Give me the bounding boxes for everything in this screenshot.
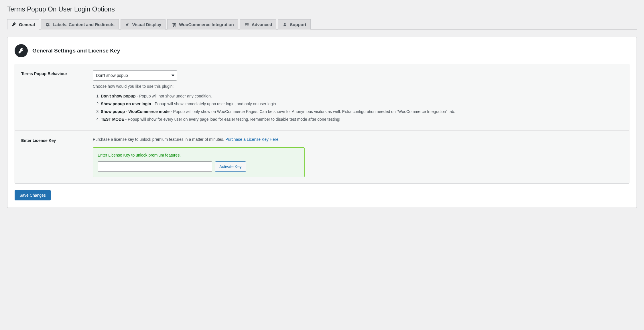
row-enter-license-key: Enter License Key Purchase a license key… [15, 131, 629, 183]
tab-visual-display[interactable]: Visual Display [121, 19, 166, 30]
activate-key-button[interactable]: Activate Key [215, 161, 246, 172]
tab-label: WooCommerce Integration [179, 22, 234, 27]
row-terms-popup-behaviour: Terms Popup Behaviour Don't show popup C… [15, 64, 629, 131]
section-title: General Settings and License Key [32, 48, 120, 54]
license-box: Enter License Key to unlock premium feat… [93, 147, 305, 177]
save-changes-button[interactable]: Save Changes [15, 190, 51, 200]
page-title: Terms Popup On User Login Options [7, 3, 637, 19]
behaviour-help: Choose how would you like to use this pl… [93, 84, 623, 89]
tab-label: Support [290, 22, 306, 27]
license-prompt: Purchase a license key to unlock premium… [93, 137, 279, 142]
tab-support[interactable]: Support [278, 19, 311, 30]
tab-label: Visual Display [132, 22, 161, 27]
key-icon [11, 22, 17, 27]
behaviour-select[interactable]: Don't show popup [93, 70, 177, 81]
settings-panel: General Settings and License Key Terms P… [7, 37, 637, 208]
tab-advanced[interactable]: Advanced [240, 19, 277, 30]
person-icon [282, 22, 287, 27]
gear-icon [45, 22, 50, 27]
key-icon [15, 44, 28, 57]
tab-labels-content-redirects[interactable]: Labels, Content and Redirects [41, 19, 119, 30]
list-item: TEST MODE - Popup will show for every us… [101, 116, 623, 122]
pin-icon [125, 22, 130, 27]
license-box-message: Enter License Key to unlock premium feat… [98, 153, 300, 157]
tab-label: General [19, 22, 35, 27]
list-item: Show popup on user login - Popup will sh… [101, 101, 623, 107]
tab-label: Advanced [252, 22, 272, 27]
tab-navigation: General Labels, Content and Redirects Vi… [7, 19, 637, 30]
tab-label: Labels, Content and Redirects [53, 22, 115, 27]
tab-general[interactable]: General [7, 19, 39, 30]
cart-icon [172, 22, 177, 27]
behaviour-label: Terms Popup Behaviour [21, 70, 93, 124]
list-item: Show popup - WooCommerce mode - Popup wi… [101, 109, 623, 115]
license-key-input[interactable] [98, 161, 212, 172]
tab-woocommerce-integration[interactable]: WooCommerce Integration [167, 19, 238, 30]
sliders-icon [244, 22, 249, 27]
purchase-license-link[interactable]: Purchase a License Key Here. [225, 137, 279, 142]
list-item: Don't show popup - Popup will not show u… [101, 93, 623, 99]
license-label: Enter License Key [21, 137, 93, 177]
behaviour-option-list: Don't show popup - Popup will not show u… [101, 93, 623, 122]
